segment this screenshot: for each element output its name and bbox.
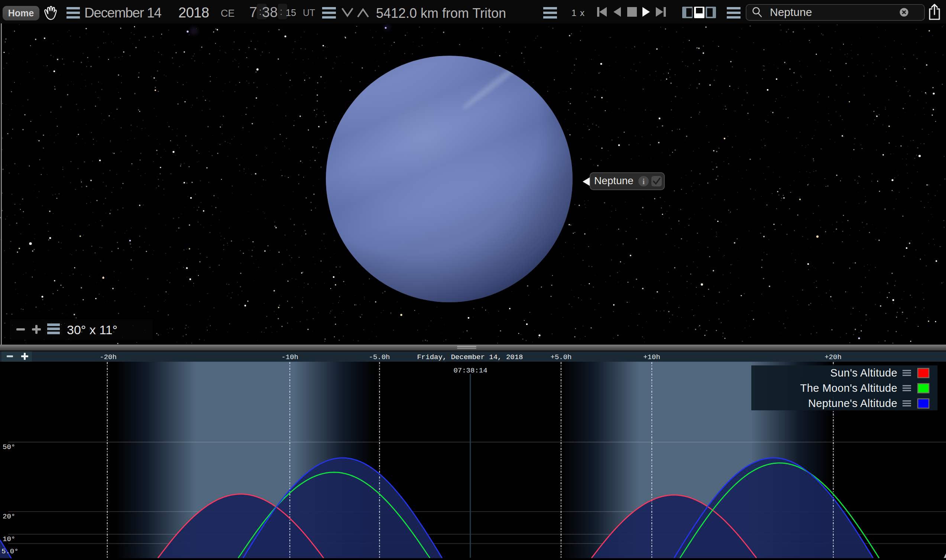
svg-text:+20h: +20h <box>824 353 841 362</box>
svg-text:10°: 10° <box>3 535 15 543</box>
svg-text:The Moon's Altitude: The Moon's Altitude <box>800 382 897 394</box>
svg-text:Neptune: Neptune <box>594 175 633 186</box>
svg-text:-20h: -20h <box>100 353 117 362</box>
svg-text:Friday, December 14, 2018: Friday, December 14, 2018 <box>417 353 523 362</box>
svg-text:i: i <box>642 177 645 186</box>
svg-text:-5.0h: -5.0h <box>368 353 390 362</box>
svg-text:07:38:14: 07:38:14 <box>453 366 487 375</box>
svg-text:+10h: +10h <box>643 353 660 362</box>
svg-text:Neptune's Altitude: Neptune's Altitude <box>808 397 897 409</box>
svg-text:-10h: -10h <box>281 353 298 362</box>
svg-text:+5.0h: +5.0h <box>550 353 572 362</box>
svg-text:50°: 50° <box>3 443 15 451</box>
svg-text:5.0°: 5.0° <box>2 548 18 555</box>
svg-text:Sun's Altitude: Sun's Altitude <box>830 367 897 379</box>
svg-text:20°: 20° <box>3 512 15 521</box>
